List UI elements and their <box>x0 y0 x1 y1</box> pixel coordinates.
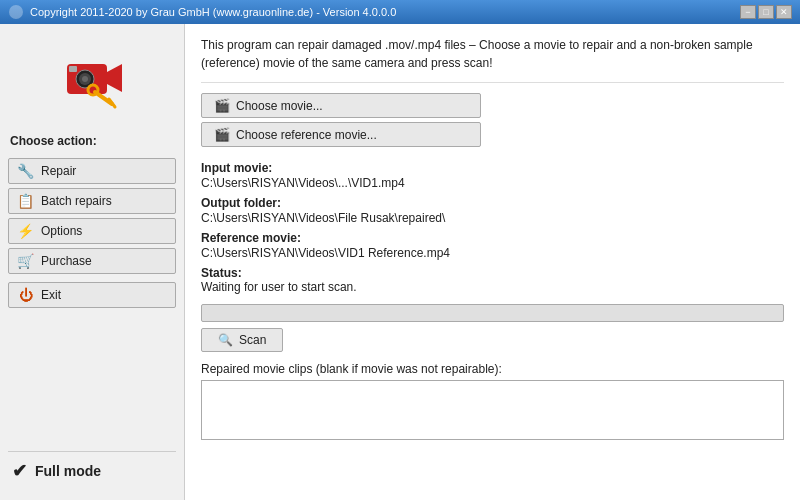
purchase-button[interactable]: 🛒 Purchase <box>8 248 176 274</box>
window-controls[interactable]: − □ ✕ <box>740 5 792 19</box>
repaired-clips-label: Repaired movie clips (blank if movie was… <box>201 362 784 376</box>
svg-point-6 <box>82 76 88 82</box>
repaired-clips-textarea[interactable] <box>201 380 784 440</box>
repair-label: Repair <box>41 164 76 178</box>
repair-icon: 🔧 <box>17 163 35 179</box>
minimize-button[interactable]: − <box>740 5 756 19</box>
choose-buttons-group: 🎬 Choose movie... 🎬 Choose reference mov… <box>201 93 784 147</box>
scan-button[interactable]: 🔍 Scan <box>201 328 283 352</box>
input-movie-label: Input movie: <box>201 161 784 175</box>
repair-button[interactable]: 🔧 Repair <box>8 158 176 184</box>
options-label: Options <box>41 224 82 238</box>
output-folder-label: Output folder: <box>201 196 784 210</box>
description-text: This program can repair damaged .mov/.mp… <box>201 36 784 83</box>
purchase-icon: 🛒 <box>17 253 35 269</box>
input-movie-value: C:\Users\RISYAN\Videos\...\VID1.mp4 <box>201 176 784 190</box>
checkmark-icon: ✔ <box>12 460 27 482</box>
title-bar: Copyright 2011-2020 by Grau GmbH (www.gr… <box>0 0 800 24</box>
content-area: This program can repair damaged .mov/.mp… <box>185 24 800 500</box>
reference-movie-label: Reference movie: <box>201 231 784 245</box>
options-button[interactable]: ⚡ Options <box>8 218 176 244</box>
reference-movie-value: C:\Users\RISYAN\Videos\VID1 Reference.mp… <box>201 246 784 260</box>
reference-file-icon: 🎬 <box>214 127 230 142</box>
batch-repairs-icon: 📋 <box>17 193 35 209</box>
options-icon: ⚡ <box>17 223 35 239</box>
status-label: Status: <box>201 266 242 280</box>
choose-movie-label: Choose movie... <box>236 99 323 113</box>
maximize-button[interactable]: □ <box>758 5 774 19</box>
movie-file-icon: 🎬 <box>214 98 230 113</box>
file-info-section: Input movie: C:\Users\RISYAN\Videos\...\… <box>201 161 784 294</box>
logo-area <box>8 34 176 130</box>
choose-reference-button[interactable]: 🎬 Choose reference movie... <box>201 122 481 147</box>
scan-row: 🔍 Scan <box>201 328 784 352</box>
purchase-label: Purchase <box>41 254 92 268</box>
choose-reference-label: Choose reference movie... <box>236 128 377 142</box>
exit-label: Exit <box>41 288 61 302</box>
full-mode-area: ✔ Full mode <box>8 451 176 490</box>
progress-bar-container <box>201 304 784 322</box>
svg-rect-7 <box>69 66 77 72</box>
app-icon <box>8 4 24 20</box>
app-logo <box>57 44 127 114</box>
title-bar-text: Copyright 2011-2020 by Grau GmbH (www.gr… <box>30 6 734 18</box>
choose-movie-button[interactable]: 🎬 Choose movie... <box>201 93 481 118</box>
svg-marker-3 <box>107 64 122 92</box>
full-mode-label: Full mode <box>35 463 101 479</box>
scan-label: Scan <box>239 333 266 347</box>
sidebar: Choose action: 🔧 Repair 📋 Batch repairs … <box>0 24 185 500</box>
status-value: Waiting for user to start scan. <box>201 280 784 294</box>
choose-action-label: Choose action: <box>8 134 176 148</box>
main-container: Choose action: 🔧 Repair 📋 Batch repairs … <box>0 24 800 500</box>
output-folder-value: C:\Users\RISYAN\Videos\File Rusak\repair… <box>201 211 784 225</box>
svg-point-1 <box>9 5 23 19</box>
batch-repairs-label: Batch repairs <box>41 194 112 208</box>
close-button[interactable]: ✕ <box>776 5 792 19</box>
exit-button[interactable]: ⏻ Exit <box>8 282 176 308</box>
batch-repairs-button[interactable]: 📋 Batch repairs <box>8 188 176 214</box>
exit-icon: ⏻ <box>17 287 35 303</box>
search-icon: 🔍 <box>218 333 233 347</box>
